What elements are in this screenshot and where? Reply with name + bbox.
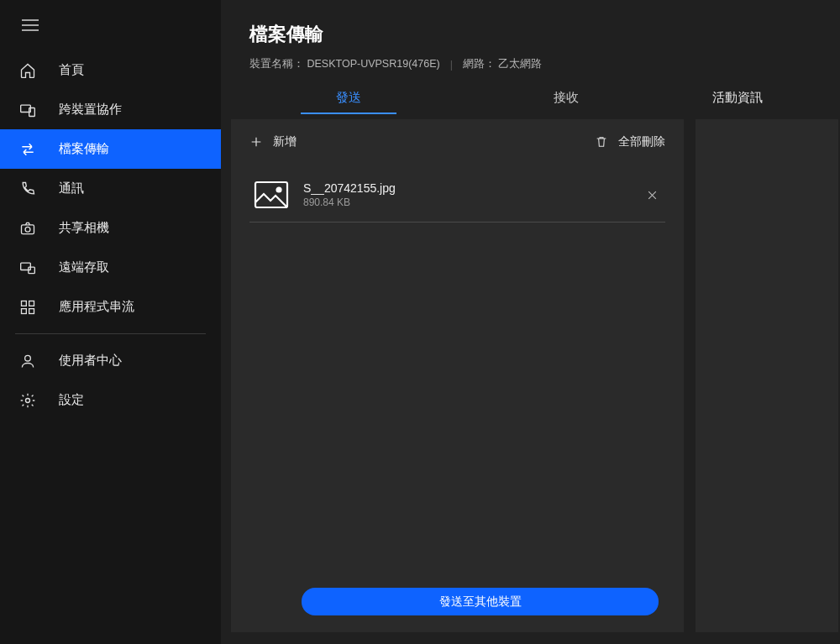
sidebar-item-label: 檔案傳輸 — [59, 141, 109, 157]
sidebar-item-home[interactable]: 首頁 — [0, 50, 221, 90]
sidebar-item-label: 首頁 — [59, 62, 84, 78]
sidebar-divider — [15, 333, 206, 334]
file-size: 890.84 KB — [303, 196, 628, 208]
sidebar-item-share-camera[interactable]: 共享相機 — [0, 208, 221, 248]
svg-point-10 — [25, 355, 31, 361]
device-label: 裝置名稱： — [249, 58, 304, 70]
svg-rect-7 — [29, 301, 34, 306]
trash-icon — [595, 134, 608, 149]
delete-all-button[interactable]: 全部刪除 — [595, 134, 665, 149]
svg-point-13 — [277, 188, 281, 192]
sidebar-item-settings[interactable]: 設定 — [0, 380, 221, 420]
gear-icon — [18, 391, 37, 410]
sidebar-item-label: 通訊 — [59, 181, 84, 196]
network-value: 乙太網路 — [498, 58, 542, 70]
close-icon — [647, 190, 658, 201]
devices-icon — [18, 101, 37, 119]
plus-icon — [249, 135, 263, 149]
sidebar-item-label: 設定 — [59, 392, 84, 408]
svg-rect-4 — [21, 263, 31, 270]
phone-icon — [18, 180, 37, 198]
main-header: 檔案傳輸 裝置名稱： DESKTOP-UVPSR19(476E) | 網路： 乙… — [221, 0, 840, 78]
send-to-device-button[interactable]: 發送至其他裝置 — [302, 588, 659, 615]
sidebar-item-label: 應用程式串流 — [59, 299, 134, 315]
sidebar-item-communication[interactable]: 通訊 — [0, 169, 221, 208]
content-row: 發送 接收 新增 全部刪除 — [221, 78, 840, 644]
sidebar: 首頁 跨裝置協作 檔案傳輸 通訊 共享相機 遠端存取 應用程式串 — [0, 0, 221, 644]
device-value: DESKTOP-UVPSR19(476E) — [307, 58, 439, 70]
send-button-label: 發送至其他裝置 — [439, 594, 522, 610]
sidebar-item-file-transfer[interactable]: 檔案傳輸 — [0, 129, 221, 169]
activity-title: 活動資訊 — [694, 78, 840, 114]
delete-all-label: 全部刪除 — [618, 134, 665, 149]
tab-receive[interactable]: 接收 — [458, 78, 676, 114]
sidebar-item-label: 使用者中心 — [59, 353, 122, 369]
transfer-icon — [18, 140, 37, 159]
file-panel: 新增 全部刪除 S__20742155.jpg 8 — [231, 119, 684, 632]
tab-bar: 發送 接收 — [221, 78, 694, 114]
panel-toolbar: 新增 全部刪除 — [249, 134, 665, 149]
sidebar-item-cross-device[interactable]: 跨裝置協作 — [0, 90, 221, 129]
add-label: 新增 — [273, 134, 297, 149]
page-title: 檔案傳輸 — [249, 22, 811, 47]
device-info: 裝置名稱： DESKTOP-UVPSR19(476E) | 網路： 乙太網路 — [249, 57, 811, 71]
svg-rect-2 — [22, 224, 34, 233]
sidebar-item-remote-access[interactable]: 遠端存取 — [0, 248, 221, 287]
file-name: S__20742155.jpg — [303, 181, 628, 195]
sidebar-item-label: 跨裝置協作 — [59, 102, 122, 118]
hamburger-menu-icon[interactable] — [13, 12, 47, 39]
activity-panel — [696, 119, 838, 632]
svg-rect-6 — [22, 301, 27, 306]
transfer-column: 發送 接收 新增 全部刪除 — [221, 78, 694, 644]
user-icon — [18, 352, 37, 370]
camera-icon — [18, 219, 37, 238]
network-label: 網路： — [463, 58, 496, 70]
remove-file-button[interactable] — [642, 185, 662, 205]
home-icon — [18, 61, 37, 80]
svg-rect-8 — [22, 308, 27, 313]
svg-point-11 — [26, 398, 30, 402]
sidebar-item-label: 遠端存取 — [59, 259, 109, 275]
sidebar-item-user-center[interactable]: 使用者中心 — [0, 341, 221, 380]
sidebar-item-app-stream[interactable]: 應用程式串流 — [0, 287, 221, 327]
image-file-icon — [253, 180, 290, 210]
svg-rect-9 — [29, 308, 34, 313]
info-separator: | — [450, 59, 453, 71]
svg-point-3 — [25, 227, 30, 232]
remote-icon — [18, 259, 37, 277]
apps-icon — [18, 298, 37, 317]
main-content: 檔案傳輸 裝置名稱： DESKTOP-UVPSR19(476E) | 網路： 乙… — [221, 0, 840, 644]
tab-send[interactable]: 發送 — [239, 78, 458, 114]
file-meta: S__20742155.jpg 890.84 KB — [303, 181, 628, 208]
add-button[interactable]: 新增 — [249, 134, 297, 149]
file-item[interactable]: S__20742155.jpg 890.84 KB — [249, 171, 665, 223]
activity-column: 活動資訊 — [694, 78, 840, 644]
sidebar-item-label: 共享相機 — [59, 220, 109, 236]
